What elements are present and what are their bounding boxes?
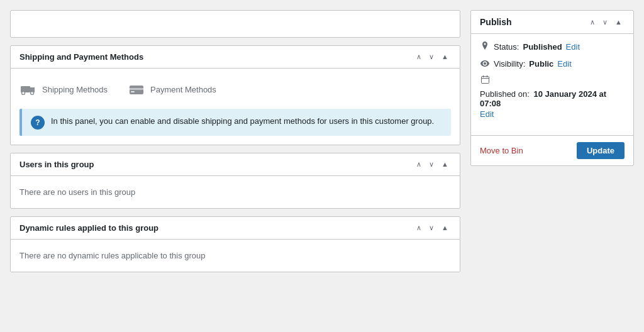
published-date-block: Published on: 10 January 2024 at 07:08 E…: [480, 89, 625, 119]
users-panel-header: Users in this group ∧ ∨ ▲: [11, 153, 460, 176]
shipping-method-item[interactable]: Shipping Methods: [19, 82, 108, 96]
payment-method-item[interactable]: Payment Methods: [128, 82, 216, 96]
dynamic-rules-panel-header: Dynamic rules applied to this group ∧ ∨ …: [11, 217, 460, 240]
status-value: Published: [523, 42, 562, 52]
shipping-payment-panel: Shipping and Payment Methods ∧ ∨ ▲: [10, 45, 460, 145]
dynamic-rules-panel-controls: ∧ ∨ ▲: [414, 223, 451, 233]
update-button[interactable]: Update: [577, 142, 625, 159]
payment-method-label: Payment Methods: [150, 85, 216, 94]
shipping-payment-panel-title: Shipping and Payment Methods: [19, 52, 143, 62]
card-icon: [128, 82, 145, 96]
publish-actions: Move to Bin Update: [471, 135, 633, 165]
publish-move-up-btn[interactable]: ▲: [613, 18, 625, 27]
users-empty-text: There are no users in this group: [19, 185, 451, 199]
visibility-row: Visibility: Public Edit: [480, 58, 625, 69]
visibility-edit-link[interactable]: Edit: [557, 59, 571, 69]
dynamic-rules-panel-title: Dynamic rules applied to this group: [19, 223, 158, 233]
users-move-up-btn[interactable]: ▲: [439, 160, 451, 169]
status-label: Status:: [494, 42, 519, 52]
users-panel-body: There are no users in this group: [11, 176, 460, 208]
eye-icon: [480, 58, 490, 69]
info-icon: ?: [31, 116, 45, 130]
published-date-row: Published on: 10 January 2024 at 07:08 E…: [480, 75, 625, 119]
publish-panel-body: Status: Published Edit Visibility: Publi…: [471, 34, 633, 133]
pin-icon: [480, 42, 490, 52]
svg-point-2: [22, 92, 25, 95]
publish-panel-controls: ∧ ∨ ▲: [587, 18, 625, 27]
dynamic-rules-empty-text: There are no dynamic rules applicable to…: [19, 248, 451, 263]
shipping-payment-panel-controls: ∧ ∨ ▲: [414, 52, 451, 62]
page-title-input[interactable]: Dummy: [10, 10, 460, 38]
svg-rect-5: [130, 88, 143, 90]
users-collapse-up-btn[interactable]: ∧: [414, 160, 424, 169]
dynamic-rules-panel-body: There are no dynamic rules applicable to…: [11, 240, 460, 272]
users-collapse-down-btn[interactable]: ∨: [426, 160, 436, 169]
publish-panel-title: Publish: [480, 17, 512, 27]
truck-icon: [19, 82, 37, 96]
dynamic-rules-panel: Dynamic rules applied to this group ∧ ∨ …: [10, 216, 460, 272]
move-to-bin-link[interactable]: Move to Bin: [480, 146, 523, 155]
status-row: Status: Published Edit: [480, 42, 625, 52]
shipping-payment-collapse-up-btn[interactable]: ∧: [414, 52, 424, 62]
shipping-method-label: Shipping Methods: [42, 85, 108, 94]
users-panel-controls: ∧ ∨ ▲: [414, 160, 451, 169]
shipping-payment-panel-header: Shipping and Payment Methods ∧ ∨ ▲: [11, 46, 460, 69]
info-box-text: In this panel, you can enable and disabl…: [51, 115, 434, 128]
users-panel: Users in this group ∧ ∨ ▲ There are no u…: [10, 153, 460, 209]
svg-point-3: [31, 92, 34, 95]
methods-grid: Shipping Methods Payment Methods: [19, 77, 451, 104]
shipping-payment-move-up-btn[interactable]: ▲: [439, 52, 451, 62]
info-box: ? In this panel, you can enable and disa…: [19, 109, 451, 136]
publish-collapse-down-btn[interactable]: ∨: [600, 18, 610, 27]
dynamic-rules-move-up-btn[interactable]: ▲: [439, 223, 451, 233]
svg-rect-7: [481, 77, 489, 84]
status-edit-link[interactable]: Edit: [566, 42, 580, 52]
sidebar: Publish ∧ ∨ ▲ Status: Publishe: [470, 10, 634, 166]
published-date-edit-link[interactable]: Edit: [480, 109, 625, 119]
dynamic-rules-collapse-down-btn[interactable]: ∨: [426, 223, 436, 233]
publish-panel: Publish ∧ ∨ ▲ Status: Publishe: [470, 10, 634, 166]
publish-panel-header: Publish ∧ ∨ ▲: [471, 11, 633, 34]
visibility-label: Visibility:: [494, 59, 525, 69]
svg-rect-6: [131, 91, 135, 92]
calendar-icon: [480, 75, 490, 86]
dynamic-rules-collapse-up-btn[interactable]: ∧: [414, 223, 424, 233]
published-date-text: Published on: 10 January 2024 at 07:08: [480, 89, 625, 108]
shipping-payment-panel-body: Shipping Methods Payment Methods: [11, 69, 460, 145]
publish-collapse-up-btn[interactable]: ∧: [587, 18, 597, 27]
users-panel-title: Users in this group: [19, 160, 94, 169]
shipping-payment-collapse-down-btn[interactable]: ∨: [426, 52, 436, 62]
visibility-value: Public: [529, 59, 553, 69]
